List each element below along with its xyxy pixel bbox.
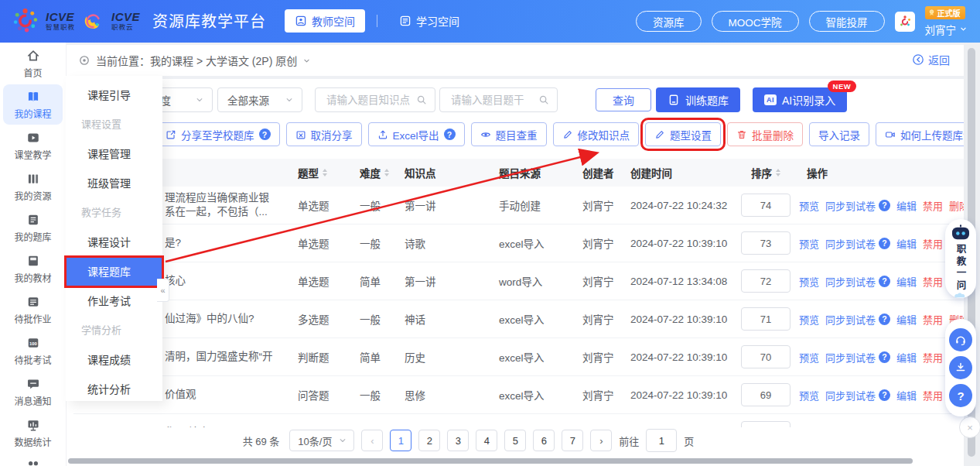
help-icon[interactable]: ? [879,314,890,325]
row-action-disable[interactable]: 禁用 [923,198,943,213]
ai-assistant-widget[interactable]: 职教一问 [945,219,976,298]
stem-input[interactable] [449,94,538,107]
download-button[interactable] [949,356,972,379]
user-menu[interactable]: 刘宵宁 [925,22,968,37]
how-to-upload-button[interactable]: 如何上传题库? [876,122,964,146]
close-float-button[interactable]: × [959,416,980,438]
cancel-share-button[interactable]: 取消分享 [286,122,362,146]
submenu-item-class-management[interactable]: 班级管理 [66,169,162,198]
row-action-sync-to-paper[interactable]: 同步到试卷 [825,312,876,327]
search-icon[interactable] [416,94,427,105]
sidebar-item-data-statistics[interactable]: 数据统计 [3,413,63,453]
sort-order-input[interactable] [741,194,790,217]
sort-order-input[interactable] [741,231,790,255]
source-select[interactable]: 全部来源 [217,87,302,112]
row-action-edit[interactable]: 编辑 [896,426,917,428]
help-icon[interactable]: ? [259,128,271,140]
goto-page-input[interactable] [646,429,677,452]
column-header-type[interactable]: 题型 [290,165,352,180]
help-icon[interactable]: ? [879,238,890,249]
row-action-sync-to-paper[interactable]: 同步到试卷 [825,426,876,428]
customer-service-button[interactable] [949,328,972,351]
row-action-edit[interactable]: 编辑 [896,198,917,213]
row-action-sync-to-paper[interactable]: 同步到试卷 [825,350,876,365]
submenu-item-course-management[interactable]: 课程管理 [66,139,162,169]
column-header-difficulty[interactable]: 难度 [352,165,397,180]
row-action-edit[interactable]: 编辑 [896,236,917,251]
row-action-preview[interactable]: 预览 [799,388,819,403]
modify-knowledge-point-button[interactable]: 修改知识点 [553,122,640,146]
help-icon[interactable]: ? [444,128,456,140]
row-action-edit[interactable]: 编辑 [896,388,917,403]
row-action-sync-to-paper[interactable]: 同步到试卷 [825,274,876,289]
row-action-disable[interactable]: 禁用 [923,388,943,403]
training-bank-button[interactable]: 训练题库 [656,87,740,112]
row-action-preview[interactable]: 预览 [799,312,819,327]
sort-order-input[interactable] [741,383,790,406]
sidebar-item-pending-homework[interactable]: 待批作业 [3,290,63,330]
duplicate-check-button[interactable]: 题目查重 [471,122,547,146]
help-icon[interactable]: ? [879,389,890,401]
excel-export-button[interactable]: Excel导出? [368,122,465,146]
row-action-preview[interactable]: 预览 [799,198,819,213]
horizontal-scrollbar[interactable] [68,458,913,464]
nav-pill-smart-screen-cast[interactable]: 智能投屏 [809,11,885,32]
batch-delete-button[interactable]: 批量删除 [727,122,803,146]
submenu-item-homework-exam[interactable]: 作业考试 [66,286,162,316]
submenu-item-course-guide[interactable]: 课程引导 [66,81,162,110]
sidebar-item-my-textbooks[interactable]: 我的教材 [3,248,63,289]
submenu-item-course-design[interactable]: 课程设计 [66,228,162,257]
page-button-7[interactable]: 7 [562,430,583,451]
row-action-preview[interactable]: 预览 [799,274,819,289]
sidebar-item-my-question-bank[interactable]: 我的题库 [3,207,63,248]
next-page-button[interactable]: › [590,430,612,451]
nav-pill-mooc-academy[interactable]: MOOC学院 [712,11,799,32]
learning-space-button[interactable]: 学习空间 [389,9,470,33]
submenu-item-course-grades[interactable]: 课程成绩 [66,345,162,375]
page-button-6[interactable]: 6 [533,430,555,451]
row-action-sync-to-paper[interactable]: 同步到试卷 [825,198,876,213]
nav-pill-resource-library[interactable]: 资源库 [636,11,702,32]
sort-carets-icon[interactable] [384,169,389,176]
sidebar-item-classroom-teaching[interactable]: 课堂教学 [3,125,63,166]
page-button-4[interactable]: 4 [476,430,497,451]
row-action-disable[interactable]: 禁用 [923,274,943,289]
row-action-preview[interactable]: 预览 [799,426,819,428]
sort-order-input[interactable] [741,269,790,293]
page-button-5[interactable]: 5 [504,430,526,451]
sidebar-item-third-party-apps[interactable]: 第三方应用 [3,454,63,466]
row-action-preview[interactable]: 预览 [799,350,819,365]
sidebar-item-my-courses[interactable]: 我的课程 [3,84,63,125]
row-action-sync-to-paper[interactable]: 同步到试卷 [825,236,876,251]
question-type-setting-button[interactable]: 题型设置 [645,122,721,146]
page-button-2[interactable]: 2 [418,430,440,451]
import-record-button[interactable]: 导入记录 [809,122,869,146]
column-header-sort[interactable]: 排序 [732,165,799,180]
row-action-edit[interactable]: 编辑 [896,312,917,327]
sidebar-item-pending-exams[interactable]: 100待批考试 [3,331,63,371]
sort-carets-icon[interactable] [776,169,780,176]
sidebar-item-home[interactable]: 首页 [3,43,63,84]
row-action-disable[interactable]: 禁用 [923,350,943,365]
row-action-sync-to-paper[interactable]: 同步到试卷 [825,388,876,403]
row-action-delete[interactable]: 删除 [949,198,964,213]
row-action-edit[interactable]: 编辑 [896,350,917,365]
back-button[interactable]: 返回 [907,51,954,68]
row-action-disable[interactable]: 禁用 [923,236,943,251]
row-action-disable[interactable]: 禁用 [923,312,943,327]
prev-page-button[interactable]: ‹ [361,430,383,451]
sidebar-item-notifications[interactable]: 消息通知 [3,372,63,412]
ai-entry-button[interactable]: AI AI识别录入 NEW [753,87,847,112]
page-button-1[interactable]: 1 [390,430,411,451]
page-size-select[interactable]: 10条/页 [289,430,354,451]
sort-order-input[interactable] [741,421,790,427]
sort-order-input[interactable] [741,345,790,368]
query-button[interactable]: 查询 [596,88,651,111]
course-switch-caret-icon[interactable] [302,57,311,65]
page-button-3[interactable]: 3 [447,430,469,451]
help-icon[interactable]: ? [879,427,890,428]
search-icon[interactable] [538,94,549,105]
app-launcher-icon[interactable] [895,12,915,32]
submenu-item-statistical-analysis[interactable]: 统计分析 [66,375,162,404]
collapse-menu-button[interactable]: « [157,279,169,302]
